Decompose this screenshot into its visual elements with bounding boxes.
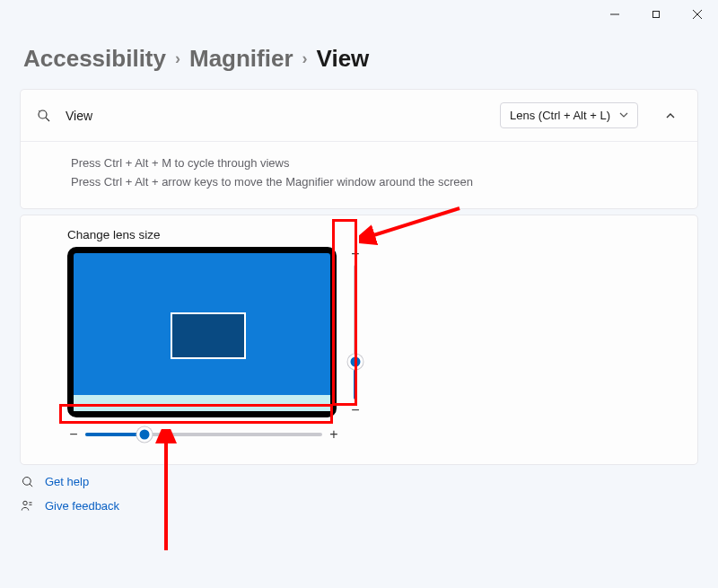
feedback-link-label: Give feedback bbox=[45, 499, 119, 513]
lens-preview-area: + − bbox=[35, 247, 683, 417]
lens-size-card: Change lens size + − − + bbox=[20, 215, 698, 465]
lens-width-slider[interactable] bbox=[85, 433, 322, 436]
monitor-screen bbox=[67, 247, 337, 417]
vertical-slider-track[interactable] bbox=[354, 265, 357, 399]
monitor-preview bbox=[67, 247, 337, 417]
window-controls bbox=[594, 0, 718, 29]
bottom-links: Get help Give feedback bbox=[20, 475, 119, 513]
chevron-right-icon: › bbox=[175, 49, 180, 68]
lens-rectangle bbox=[171, 312, 246, 359]
breadcrumb-view: View bbox=[317, 45, 370, 73]
horizontal-slider-thumb[interactable] bbox=[137, 426, 153, 442]
breadcrumb-magnifier[interactable]: Magnifier bbox=[189, 45, 293, 73]
lens-width-slider-row: − + bbox=[35, 426, 340, 443]
view-card-body: Press Ctrl + Alt + M to cycle through vi… bbox=[21, 141, 697, 208]
lens-size-title: Change lens size bbox=[35, 228, 683, 241]
breadcrumb-accessibility[interactable]: Accessibility bbox=[23, 45, 166, 73]
tip-text-2: Press Ctrl + Alt + arrow keys to move th… bbox=[71, 173, 683, 192]
give-feedback-link[interactable]: Give feedback bbox=[20, 499, 119, 513]
vertical-slider-thumb[interactable] bbox=[348, 354, 363, 369]
help-link-label: Get help bbox=[45, 475, 89, 488]
minimize-button[interactable] bbox=[594, 0, 635, 29]
tip-text-1: Press Ctrl + Alt + M to cycle through vi… bbox=[71, 154, 683, 173]
lens-height-slider[interactable]: + − bbox=[344, 247, 367, 417]
view-card-title: View bbox=[66, 109, 487, 123]
get-help-link[interactable]: Get help bbox=[20, 475, 119, 488]
monitor-taskbar bbox=[74, 395, 330, 411]
svg-rect-1 bbox=[653, 12, 660, 18]
chevron-down-icon bbox=[619, 109, 628, 122]
plus-icon[interactable]: + bbox=[328, 426, 340, 443]
dropdown-value: Lens (Ctrl + Alt + L) bbox=[510, 109, 610, 122]
minus-icon[interactable]: − bbox=[67, 426, 80, 443]
collapse-button[interactable] bbox=[658, 103, 683, 128]
view-mode-dropdown[interactable]: Lens (Ctrl + Alt + L) bbox=[500, 102, 638, 128]
close-button[interactable] bbox=[677, 0, 718, 29]
maximize-button[interactable] bbox=[635, 0, 677, 29]
view-card-header: View Lens (Ctrl + Alt + L) bbox=[21, 90, 697, 141]
svg-point-7 bbox=[22, 478, 31, 486]
chevron-right-icon: › bbox=[302, 49, 308, 68]
svg-point-8 bbox=[22, 501, 26, 505]
horizontal-slider-fill bbox=[85, 433, 144, 436]
view-settings-card: View Lens (Ctrl + Alt + L) Press Ctrl + … bbox=[20, 89, 698, 209]
minus-icon[interactable]: − bbox=[344, 403, 367, 417]
plus-icon[interactable]: + bbox=[344, 247, 367, 261]
view-icon bbox=[35, 107, 53, 125]
feedback-icon bbox=[20, 499, 34, 513]
help-icon bbox=[20, 475, 34, 488]
